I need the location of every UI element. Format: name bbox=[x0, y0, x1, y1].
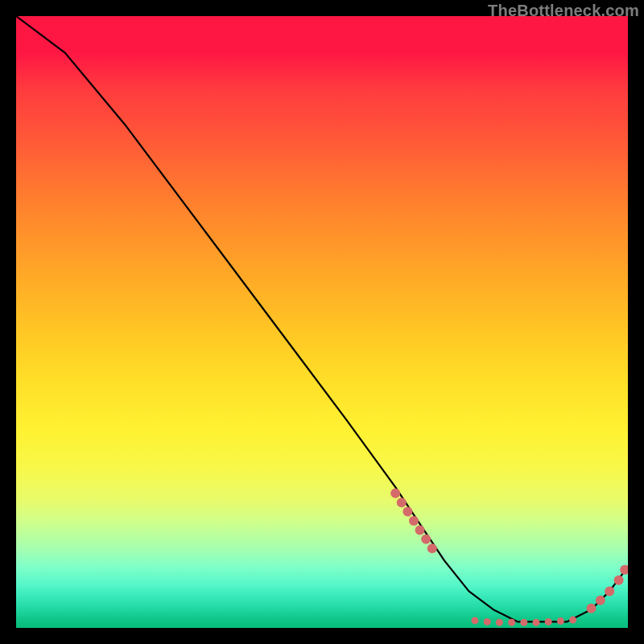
data-point bbox=[402, 507, 412, 517]
data-point bbox=[421, 535, 431, 544]
data-point bbox=[520, 619, 527, 626]
data-point bbox=[596, 596, 605, 605]
data-point bbox=[397, 497, 407, 507]
bottleneck-curve bbox=[16, 16, 628, 621]
data-point bbox=[614, 576, 624, 585]
plot-area bbox=[16, 16, 628, 628]
data-point bbox=[533, 619, 540, 626]
data-point bbox=[605, 586, 614, 596]
data-point bbox=[409, 516, 419, 526]
chart-frame: TheBottleneck.com bbox=[0, 0, 644, 644]
data-points bbox=[390, 489, 628, 626]
data-point bbox=[484, 618, 491, 625]
data-point bbox=[545, 618, 552, 625]
chart-svg bbox=[16, 16, 628, 628]
data-point bbox=[415, 525, 425, 535]
data-point bbox=[569, 617, 576, 624]
data-point bbox=[427, 543, 437, 553]
data-point bbox=[620, 565, 628, 575]
data-point bbox=[586, 604, 596, 613]
data-point bbox=[557, 617, 564, 625]
watermark-text: TheBottleneck.com bbox=[488, 2, 639, 20]
data-point bbox=[508, 619, 515, 626]
data-point bbox=[472, 617, 479, 624]
data-point bbox=[390, 489, 400, 498]
data-point bbox=[496, 619, 503, 626]
